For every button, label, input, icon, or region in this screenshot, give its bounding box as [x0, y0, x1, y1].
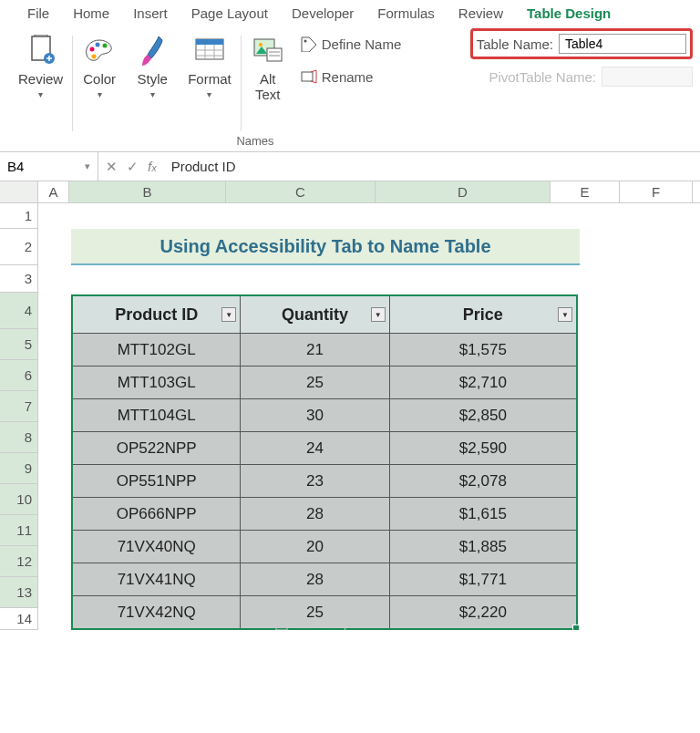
col-header-f[interactable]: F — [620, 181, 693, 202]
tab-file[interactable]: File — [27, 5, 49, 21]
cell[interactable]: MTT104GL — [73, 399, 241, 431]
cell[interactable]: 71VX41NQ — [73, 563, 241, 595]
row-header[interactable]: 4 — [0, 293, 38, 329]
style-label: Style — [138, 72, 168, 88]
select-all-corner[interactable] — [0, 181, 38, 202]
row-header[interactable]: 11 — [0, 515, 38, 546]
table-row[interactable]: MTT102GL21$1,575 — [73, 333, 576, 366]
color-group[interactable]: Color ▾ — [73, 28, 126, 151]
cell[interactable]: 30 — [241, 399, 389, 431]
tab-insert[interactable]: Insert — [133, 5, 168, 21]
table-row[interactable]: 71VX40NQ20$1,885 — [73, 530, 576, 563]
row-header[interactable]: 9 — [0, 453, 38, 484]
review-label: Review — [18, 72, 63, 88]
col-header-c[interactable]: C — [226, 181, 376, 202]
cell[interactable]: $1,771 — [390, 563, 576, 595]
svg-rect-19 — [276, 619, 287, 630]
watermark: exceldemy — [275, 617, 348, 630]
table-row[interactable]: MTT103GL25$2,710 — [73, 366, 576, 398]
row-header[interactable]: 1 — [0, 203, 38, 229]
svg-rect-18 — [302, 72, 313, 81]
name-box-input[interactable] — [7, 159, 71, 174]
cell[interactable]: MTT102GL — [73, 334, 241, 366]
row-header[interactable]: 12 — [0, 546, 38, 577]
row-header[interactable]: 7 — [0, 391, 38, 422]
cell[interactable]: OP522NPP — [73, 432, 241, 464]
tab-formulas[interactable]: Formulas — [377, 5, 435, 21]
tab-home[interactable]: Home — [73, 5, 109, 21]
cell[interactable]: 23 — [241, 465, 389, 497]
rename-button[interactable]: Rename — [300, 68, 374, 85]
row-header[interactable]: 3 — [0, 265, 38, 293]
table-name-input[interactable] — [559, 34, 686, 54]
col-header-d[interactable]: D — [376, 181, 551, 202]
row-header[interactable]: 10 — [0, 484, 38, 515]
cell[interactable]: OP666NPP — [73, 498, 241, 530]
row-header[interactable]: 14 — [0, 608, 38, 630]
tab-review[interactable]: Review — [458, 5, 503, 21]
cell[interactable]: $2,078 — [390, 465, 576, 497]
pivot-name-label: PivotTable Name: — [489, 69, 596, 85]
filter-icon[interactable]: ▼ — [558, 307, 572, 322]
selection-handle[interactable] — [572, 625, 580, 630]
cell[interactable]: 28 — [241, 563, 389, 595]
col-product-id[interactable]: Product ID▼ — [73, 296, 241, 333]
row-header[interactable]: 13 — [0, 577, 38, 608]
cell[interactable]: $2,850 — [390, 399, 576, 431]
cell[interactable]: $1,575 — [390, 334, 576, 366]
sheet-title[interactable]: Using Accessibility Tab to Name Table — [71, 229, 580, 265]
format-group[interactable]: Format ▾ — [179, 28, 241, 151]
accept-icon[interactable]: ✓ — [127, 159, 139, 175]
row-header[interactable]: 5 — [0, 329, 38, 360]
filter-icon[interactable]: ▼ — [371, 307, 386, 322]
table-row[interactable]: MTT104GL30$2,850 — [73, 398, 576, 431]
filter-icon[interactable]: ▼ — [221, 307, 236, 322]
tab-table-design[interactable]: Table Design — [527, 5, 611, 21]
table-name-container: Table Name: — [470, 28, 693, 59]
col-header-e[interactable]: E — [551, 181, 620, 202]
cell[interactable]: $2,590 — [390, 432, 576, 464]
row-header[interactable]: 2 — [0, 229, 38, 265]
chevron-down-icon[interactable]: ▾ — [85, 160, 90, 172]
cell[interactable]: OP551NPP — [73, 465, 241, 497]
cell[interactable]: 28 — [241, 498, 389, 530]
cell[interactable]: 21 — [241, 334, 389, 366]
fx-icon[interactable]: fx — [148, 159, 157, 174]
cell[interactable]: 20 — [241, 531, 389, 563]
review-group[interactable]: Review ▾ — [9, 28, 72, 151]
define-name-button[interactable]: Define Name — [300, 36, 402, 52]
cell[interactable]: $2,710 — [390, 366, 576, 398]
table-row[interactable]: OP522NPP24$2,590 — [73, 431, 576, 464]
cell[interactable]: $1,885 — [390, 531, 576, 563]
cell[interactable]: $1,615 — [390, 498, 576, 530]
grid: 1 2 3 4 5 6 7 8 9 10 11 12 13 14 Using A… — [0, 203, 700, 630]
alttext-group[interactable]: AltText — [242, 28, 294, 151]
cell[interactable]: 25 — [241, 366, 389, 398]
col-header-b[interactable]: B — [69, 181, 226, 202]
table-row[interactable]: OP666NPP28$1,615 — [73, 497, 576, 530]
row-header[interactable]: 6 — [0, 360, 38, 391]
format-icon — [192, 34, 227, 68]
col-quantity[interactable]: Quantity▼ — [241, 296, 389, 333]
tab-page-layout[interactable]: Page Layout — [191, 5, 268, 21]
tab-developer[interactable]: Developer — [292, 5, 354, 21]
style-group[interactable]: Style ▾ — [126, 28, 179, 151]
cell[interactable]: 24 — [241, 432, 389, 464]
cell[interactable]: 71VX42NQ — [73, 596, 241, 628]
formula-content[interactable]: Product ID — [171, 159, 236, 174]
table-row[interactable]: 71VX41NQ28$1,771 — [73, 563, 576, 595]
table-name-label: Table Name: — [477, 36, 553, 52]
row-header[interactable]: 8 — [0, 422, 38, 453]
chevron-down-icon: ▾ — [38, 89, 43, 99]
name-box[interactable]: ▾ — [0, 152, 98, 181]
cell[interactable]: 71VX40NQ — [73, 531, 241, 563]
chevron-down-icon: ▾ — [98, 89, 102, 99]
cancel-icon[interactable]: ✕ — [106, 159, 118, 175]
svg-point-17 — [304, 40, 306, 43]
cell[interactable]: MTT103GL — [73, 366, 241, 398]
col-header-a[interactable]: A — [38, 181, 69, 202]
cell[interactable]: $2,220 — [390, 596, 576, 628]
table-row[interactable]: OP551NPP23$2,078 — [73, 464, 576, 497]
cells-area[interactable]: Using Accessibility Tab to Name Table Pr… — [38, 203, 700, 630]
col-price[interactable]: Price▼ — [390, 296, 576, 333]
